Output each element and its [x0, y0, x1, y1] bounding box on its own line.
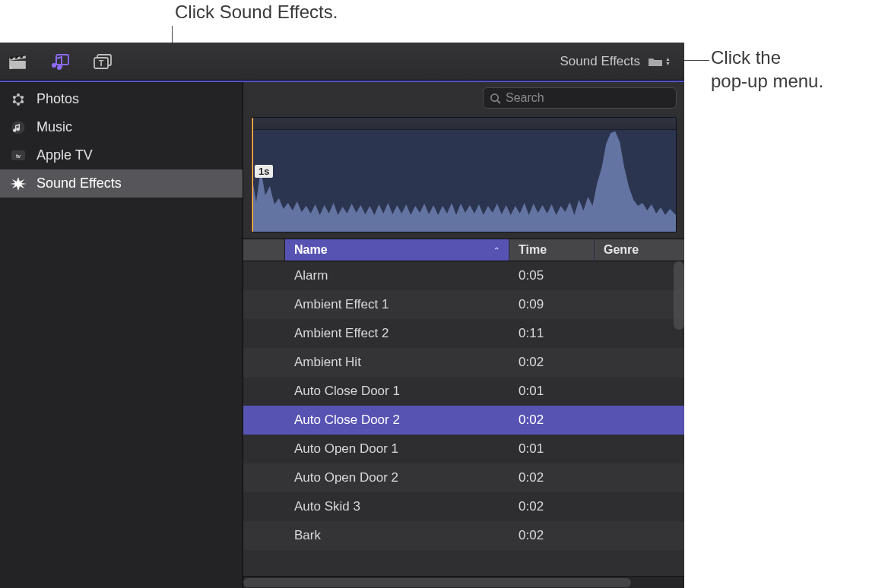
horizontal-scrollbar-track[interactable]: [243, 576, 684, 588]
cell-time: 0:01: [509, 441, 595, 457]
sidebar: Photos Music tv Apple TV Sound Effects: [0, 82, 243, 588]
cell-name: Auto Close Door 2: [285, 413, 509, 428]
search-input[interactable]: Search: [483, 87, 677, 109]
clips-table: Name ⌃ Time Genre Alarm 0:05: [243, 239, 684, 576]
cell-time: 0:02: [509, 413, 595, 428]
waveform-graphic: [252, 130, 676, 232]
column-header-row: Name ⌃ Time Genre: [243, 239, 684, 261]
table-row[interactable]: Ambient Effect 2 0:11: [243, 319, 684, 348]
table-row[interactable]: Ambient Hit 0:02: [243, 348, 684, 377]
sidebar-item-label: Photos: [36, 91, 79, 107]
table-body: Alarm 0:05 Ambient Effect 1 0:09 Ambient…: [243, 261, 684, 576]
appletv-icon: tv: [9, 148, 27, 163]
column-header-genre-label: Genre: [604, 243, 639, 257]
waveform-ruler: [252, 118, 676, 130]
column-header-time[interactable]: Time: [509, 239, 595, 261]
sidebar-item-music[interactable]: Music: [0, 113, 243, 141]
sidebar-item-label: Apple TV: [36, 147, 93, 163]
vertical-scrollbar[interactable]: [674, 261, 684, 330]
cell-name: Auto Open Door 2: [285, 470, 509, 485]
music-note-photo-icon[interactable]: [49, 52, 71, 71]
body: Photos Music tv Apple TV Sound Effects: [0, 82, 684, 588]
svg-text:tv: tv: [16, 153, 21, 159]
media-browser-panel: T Sound Effects ▲▼ Photos: [0, 43, 684, 588]
svg-marker-22: [10, 177, 27, 191]
cell-time: 0:01: [509, 384, 595, 399]
cell-name: Bark: [285, 528, 509, 543]
cell-name: Auto Skid 3: [285, 499, 509, 514]
playhead[interactable]: [252, 118, 253, 232]
table-row[interactable]: Auto Skid 3 0:02: [243, 492, 684, 521]
callout-right-line1: Click the: [711, 46, 823, 69]
callout-right-line2: pop-up menu.: [711, 69, 823, 93]
folder-icon: [648, 56, 663, 67]
table-row[interactable]: Auto Open Door 1 0:01: [243, 435, 684, 463]
svg-point-15: [21, 100, 24, 103]
sidebar-item-label: Music: [36, 119, 72, 135]
music-icon: [9, 120, 27, 135]
column-header-time-label: Time: [519, 243, 547, 257]
column-header-name[interactable]: Name ⌃: [285, 239, 509, 261]
cell-time: 0:02: [509, 470, 595, 485]
cell-time: 0:11: [509, 326, 595, 341]
sidebar-item-appletv[interactable]: tv Apple TV: [0, 141, 243, 169]
column-header-name-label: Name: [294, 243, 328, 257]
toolbar: T Sound Effects ▲▼: [0, 43, 684, 81]
search-icon: [490, 93, 501, 104]
cell-time: 0:05: [509, 268, 595, 283]
column-header-genre[interactable]: Genre: [595, 239, 684, 261]
search-row: Search: [243, 82, 684, 114]
cell-time: 0:02: [509, 355, 595, 370]
cell-time: 0:02: [509, 528, 595, 543]
cell-time: 0:09: [509, 297, 595, 312]
clapperboard-icon[interactable]: [6, 52, 29, 71]
category-popup-label: Sound Effects: [560, 54, 641, 69]
svg-point-16: [17, 103, 20, 106]
sidebar-item-photos[interactable]: Photos: [0, 85, 243, 113]
photos-icon: [9, 92, 27, 107]
cell-name: Auto Open Door 1: [285, 441, 509, 457]
sidebar-item-sound-effects[interactable]: Sound Effects: [0, 169, 243, 198]
svg-point-17: [13, 100, 16, 103]
horizontal-scrollbar-thumb[interactable]: [243, 578, 631, 587]
table-row[interactable]: Bark 0:02: [243, 521, 684, 550]
tool-icons: T: [6, 52, 114, 71]
table-row[interactable]: Auto Open Door 2 0:02: [243, 463, 684, 492]
titles-icon[interactable]: T: [91, 52, 114, 71]
svg-line-24: [497, 100, 500, 103]
table-row[interactable]: Auto Close Door 1 0:01: [243, 377, 684, 406]
table-row[interactable]: Auto Close Door 2 0:02: [243, 406, 684, 435]
main: Search 1s Name ⌃: [243, 82, 684, 588]
svg-point-14: [21, 96, 24, 99]
chevron-updown-icon: ▲▼: [665, 57, 671, 66]
cell-name: Ambient Effect 2: [285, 326, 509, 341]
time-flag: 1s: [255, 165, 273, 178]
svg-point-23: [491, 93, 498, 100]
search-placeholder: Search: [506, 91, 544, 105]
popup-icons: ▲▼: [648, 56, 671, 67]
sort-ascending-icon: ⌃: [493, 246, 500, 254]
sidebar-item-label: Sound Effects: [36, 175, 122, 191]
waveform-preview[interactable]: 1s: [251, 117, 677, 232]
cell-name: Ambient Effect 1: [285, 297, 509, 312]
svg-text:T: T: [99, 58, 104, 68]
category-popup[interactable]: Sound Effects ▲▼: [557, 52, 674, 71]
table-row[interactable]: Alarm 0:05: [243, 261, 684, 290]
cell-time: 0:02: [509, 499, 595, 514]
svg-point-13: [17, 93, 20, 96]
cell-name: Ambient Hit: [285, 355, 509, 370]
callout-top: Click Sound Effects.: [175, 2, 338, 23]
svg-point-18: [13, 96, 16, 99]
cell-name: Alarm: [285, 268, 509, 283]
column-gutter[interactable]: [243, 239, 285, 261]
table-row[interactable]: Ambient Effect 1 0:09: [243, 290, 684, 319]
callout-right: Click the pop-up menu.: [711, 46, 823, 93]
burst-icon: [9, 176, 27, 191]
cell-name: Auto Close Door 1: [285, 384, 509, 399]
